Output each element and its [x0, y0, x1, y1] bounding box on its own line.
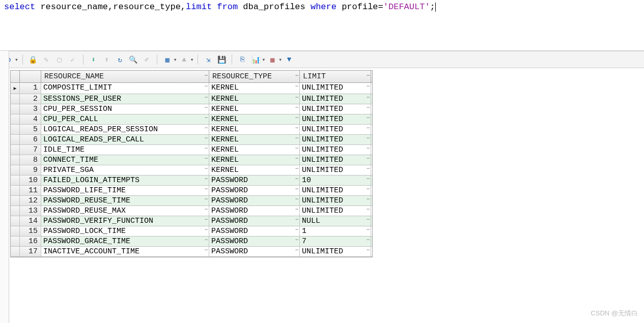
cell[interactable]: PASSWORD⋯: [209, 186, 300, 195]
cell[interactable]: INACTIVE_ACCOUNT_TIME⋯: [41, 247, 209, 256]
table-row[interactable]: ▸1COMPOSITE_LIMIT⋯KERNEL⋯UNLIMITED⋯: [11, 83, 372, 94]
cell-ellipsis-icon[interactable]: ⋯: [296, 227, 298, 232]
cell-ellipsis-icon[interactable]: ⋯: [367, 196, 370, 202]
cell[interactable]: UNLIMITED⋯: [300, 247, 371, 256]
cell[interactable]: KERNEL⋯: [209, 135, 300, 144]
cell[interactable]: PASSWORD⋯: [209, 216, 300, 226]
row-marker[interactable]: [11, 247, 20, 256]
cell[interactable]: NULL⋯: [300, 216, 371, 226]
brush-icon[interactable]: ✐: [141, 54, 152, 65]
row-marker[interactable]: [11, 114, 20, 124]
cell-ellipsis-icon[interactable]: ⋯: [205, 115, 208, 121]
row-marker[interactable]: [11, 196, 20, 205]
cell-ellipsis-icon[interactable]: ⋯: [367, 227, 370, 232]
cell[interactable]: 1⋯: [300, 226, 371, 236]
cell[interactable]: UNLIMITED⋯: [300, 104, 371, 114]
lock-icon[interactable]: 🔒: [27, 54, 39, 65]
cell-ellipsis-icon[interactable]: ⋯: [296, 83, 298, 89]
table-row[interactable]: 9PRIVATE_SGA⋯KERNEL⋯UNLIMITED⋯: [11, 165, 372, 175]
copy-icon[interactable]: ⎘: [237, 54, 248, 65]
reload-icon[interactable]: ↻: [115, 54, 126, 65]
cell[interactable]: UNLIMITED⋯: [300, 125, 371, 134]
column-options-icon[interactable]: ⋯: [296, 73, 298, 78]
cell[interactable]: PRIVATE_SGA⋯: [41, 165, 209, 175]
cell[interactable]: KERNEL⋯: [209, 125, 300, 134]
column-header[interactable]: LIMIT⋯: [300, 71, 371, 82]
down-icon[interactable]: ⬇: [88, 54, 99, 65]
cell[interactable]: KERNEL⋯: [209, 155, 300, 165]
cell-ellipsis-icon[interactable]: ⋯: [205, 83, 208, 89]
cell-ellipsis-icon[interactable]: ⋯: [367, 83, 370, 89]
cell-ellipsis-icon[interactable]: ⋯: [296, 237, 298, 243]
nav-up-icon[interactable]: ▲: [179, 54, 190, 65]
column-options-icon[interactable]: ⋯: [205, 73, 208, 78]
cell[interactable]: UNLIMITED⋯: [300, 196, 371, 205]
cell-ellipsis-icon[interactable]: ⋯: [296, 135, 298, 141]
cell[interactable]: PASSWORD⋯: [209, 226, 300, 236]
cell-ellipsis-icon[interactable]: ⋯: [205, 227, 208, 232]
cell[interactable]: UNLIMITED⋯: [300, 83, 371, 94]
table-row[interactable]: 5LOGICAL_READS_PER_SESSION⋯KERNEL⋯UNLIMI…: [11, 125, 372, 135]
cell-ellipsis-icon[interactable]: ⋯: [205, 145, 208, 151]
cell-ellipsis-icon[interactable]: ⋯: [367, 115, 370, 121]
cell-ellipsis-icon[interactable]: ⋯: [296, 176, 298, 182]
cell[interactable]: PASSWORD⋯: [209, 206, 300, 216]
cell[interactable]: 10⋯: [300, 175, 371, 185]
row-marker[interactable]: [11, 145, 20, 155]
table-row[interactable]: 3CPU_PER_SESSION⋯KERNEL⋯UNLIMITED⋯: [11, 104, 372, 114]
cell[interactable]: UNLIMITED⋯: [300, 135, 371, 144]
cell-ellipsis-icon[interactable]: ⋯: [205, 217, 208, 222]
cell[interactable]: 7⋯: [300, 237, 371, 246]
cell[interactable]: PASSWORD_GRACE_TIME⋯: [41, 237, 209, 246]
cell-ellipsis-icon[interactable]: ⋯: [296, 156, 298, 161]
cell-ellipsis-icon[interactable]: ⋯: [296, 196, 298, 202]
funnel-icon[interactable]: ▼: [284, 54, 295, 65]
table-row[interactable]: 10FAILED_LOGIN_ATTEMPTS⋯PASSWORD⋯10⋯: [11, 175, 372, 186]
cell-ellipsis-icon[interactable]: ⋯: [367, 145, 370, 151]
table-row[interactable]: 7IDLE_TIME⋯KERNEL⋯UNLIMITED⋯: [11, 145, 372, 155]
cell-ellipsis-icon[interactable]: ⋯: [296, 145, 298, 151]
cell-ellipsis-icon[interactable]: ⋯: [205, 237, 208, 243]
cell-ellipsis-icon[interactable]: ⋯: [205, 135, 208, 141]
cell-ellipsis-icon[interactable]: ⋯: [296, 166, 298, 171]
row-marker[interactable]: [11, 94, 20, 104]
cell[interactable]: KERNEL⋯: [209, 104, 300, 114]
table-row[interactable]: 16PASSWORD_GRACE_TIME⋯PASSWORD⋯7⋯: [11, 237, 372, 247]
check-icon[interactable]: ✓: [67, 54, 78, 65]
cell-ellipsis-icon[interactable]: ⋯: [367, 95, 370, 100]
cell-ellipsis-icon[interactable]: ⋯: [367, 207, 370, 212]
cell[interactable]: CONNECT_TIME⋯: [41, 155, 209, 165]
cell-ellipsis-icon[interactable]: ⋯: [296, 186, 298, 192]
grid-icon[interactable]: ▦: [267, 54, 278, 65]
table-row[interactable]: 14PASSWORD_VERIFY_FUNCTION⋯PASSWORD⋯NULL…: [11, 216, 372, 226]
column-options-icon[interactable]: ⋯: [367, 73, 370, 78]
cell[interactable]: KERNEL⋯: [209, 114, 300, 124]
cell[interactable]: PASSWORD_REUSE_MAX⋯: [41, 206, 209, 216]
cell[interactable]: PASSWORD⋯: [209, 175, 300, 185]
cell-ellipsis-icon[interactable]: ⋯: [367, 217, 370, 222]
row-marker[interactable]: [11, 135, 20, 144]
row-marker[interactable]: [11, 226, 20, 236]
chart-icon[interactable]: 📊: [250, 54, 261, 65]
cell-ellipsis-icon[interactable]: ⋯: [205, 247, 208, 253]
row-marker[interactable]: [11, 175, 20, 185]
cell-ellipsis-icon[interactable]: ⋯: [296, 207, 298, 212]
table-row[interactable]: 6LOGICAL_READS_PER_CALL⋯KERNEL⋯UNLIMITED…: [11, 135, 372, 145]
cell-ellipsis-icon[interactable]: ⋯: [296, 247, 298, 253]
cell[interactable]: KERNEL⋯: [209, 83, 300, 94]
export-icon[interactable]: ⇲: [203, 54, 214, 65]
cell[interactable]: IDLE_TIME⋯: [41, 145, 209, 155]
cell[interactable]: UNLIMITED⋯: [300, 165, 371, 175]
cell[interactable]: PASSWORD_LOCK_TIME⋯: [41, 226, 209, 236]
row-marker[interactable]: [11, 206, 20, 216]
dropdown-arrow-icon[interactable]: ▼: [191, 57, 193, 62]
cell[interactable]: FAILED_LOGIN_ATTEMPTS⋯: [41, 175, 209, 185]
cell-ellipsis-icon[interactable]: ⋯: [205, 156, 208, 161]
cell[interactable]: COMPOSITE_LIMIT⋯: [41, 83, 209, 94]
cell-ellipsis-icon[interactable]: ⋯: [296, 125, 298, 131]
row-marker[interactable]: [11, 216, 20, 226]
row-marker[interactable]: [11, 125, 20, 134]
cell-ellipsis-icon[interactable]: ⋯: [205, 95, 208, 100]
cell[interactable]: PASSWORD_LIFE_TIME⋯: [41, 186, 209, 195]
cell-ellipsis-icon[interactable]: ⋯: [205, 125, 208, 131]
